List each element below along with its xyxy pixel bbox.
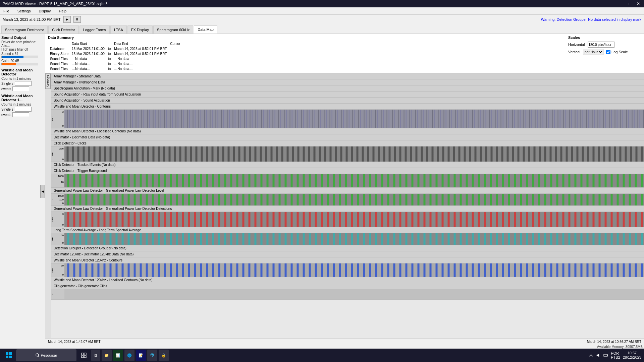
maximize-button[interactable]: □ bbox=[628, 1, 633, 6]
ltsa-body bbox=[64, 233, 644, 245]
whistle-title-2: Whistle and Moan Detector 1... bbox=[1, 94, 44, 102]
gpl-det-y-top: 3 bbox=[62, 213, 64, 216]
cell-sound3-start: ---No data--- bbox=[70, 67, 106, 71]
click-chart-body bbox=[64, 146, 644, 162]
svg-rect-2 bbox=[6, 356, 8, 358]
right-timestamp: March 14, 2023 at 10:56:27 AM BRT bbox=[587, 340, 641, 344]
collapse-panel-button[interactable]: ◀ bbox=[40, 185, 45, 198]
cell-sound2-to: to bbox=[107, 62, 112, 66]
tab-spectrogram-60khz[interactable]: Spectrogram 60kHz bbox=[153, 25, 193, 34]
data-summary-title: Data Summary bbox=[48, 36, 182, 40]
cell-sound1-label: Sound Files bbox=[49, 57, 70, 61]
vertical-scale-select[interactable]: per Hour bbox=[583, 49, 603, 55]
tab-spectrogram-decimator[interactable]: Spectrogram Decimator bbox=[1, 25, 48, 34]
whistle-localised-row: Whistle and Moan Detector - Localised Co… bbox=[51, 128, 644, 134]
excel-app[interactable]: 📊 bbox=[113, 350, 123, 361]
pause-button[interactable]: ⏸ bbox=[73, 16, 81, 23]
warning-text: Warning: Detection Grouper-No data selec… bbox=[541, 17, 641, 21]
gpl-level-label: Generalised Power Law Detector - General… bbox=[51, 188, 644, 194]
gpl-det-y-axis: 3 0 bbox=[54, 212, 64, 227]
gpl-level-y-axis: 1000 100 0 bbox=[54, 194, 64, 205]
tab-click-detector[interactable]: Click Detector bbox=[48, 25, 78, 34]
cell-database-end: March 14, 2023 at 8:52:01 PM BRT bbox=[113, 47, 168, 51]
gain-slider[interactable] bbox=[1, 63, 38, 65]
tab-fx-display[interactable]: FX Display bbox=[127, 25, 153, 34]
cell-binary-end: March 14, 2023 at 8:52:01 PM BRT bbox=[113, 52, 168, 56]
tab-logger-forms[interactable]: Logger Forms bbox=[79, 25, 110, 34]
svg-rect-8 bbox=[82, 356, 84, 358]
settings-button[interactable]: Settings bbox=[45, 73, 51, 89]
clip-generator-row: Clip generator - Clip generator Clips bbox=[51, 283, 644, 289]
whistle-120-body bbox=[64, 263, 644, 277]
close-button[interactable]: ✕ bbox=[635, 1, 641, 6]
dolphin-app[interactable]: 🐬 bbox=[147, 350, 157, 361]
whistle-120-y-bot: 0 bbox=[62, 273, 64, 276]
gpl-y-top: 1000 bbox=[58, 194, 64, 197]
volume-icon bbox=[596, 353, 601, 358]
start-button[interactable] bbox=[3, 349, 15, 361]
click-tracked-row: Click Detector - Tracked Events (No data… bbox=[51, 162, 644, 168]
menu-settings[interactable]: Settings bbox=[15, 8, 33, 14]
timestamp-footer: March 14, 2023 at 1:42:07 AM BRT March 1… bbox=[45, 338, 644, 345]
whistle-120khz-chart: kHz 60 0 bbox=[51, 263, 644, 277]
log-scale-checkbox[interactable] bbox=[606, 50, 610, 54]
whistle-contours-chart: kHz 3 0 bbox=[51, 110, 644, 128]
summary-col-header bbox=[49, 42, 70, 46]
sound-acq-row: Sound Acquisition - Sound Acquisition bbox=[51, 98, 644, 104]
svg-rect-0 bbox=[6, 352, 8, 355]
window-controls[interactable]: ─ □ ✕ bbox=[619, 1, 641, 6]
play-button[interactable]: ▶ bbox=[63, 16, 71, 23]
driver-label: Driver de som primário: Alto... bbox=[1, 40, 44, 48]
summary-data-start-header: Data Start bbox=[70, 42, 106, 46]
visualization-area[interactable]: Settings Array Manager - Streamer Data A… bbox=[45, 73, 644, 338]
cell-binary-start: 13 Mar 2023 21:01:00 bbox=[70, 52, 106, 56]
tab-data-map[interactable]: Data Map bbox=[194, 25, 217, 34]
table-row: Sound Files ---No data--- to ---No data-… bbox=[49, 62, 181, 66]
svg-rect-7 bbox=[84, 353, 86, 355]
single-input-1[interactable] bbox=[15, 81, 32, 86]
events-input-2[interactable] bbox=[12, 112, 29, 117]
summary-sep bbox=[107, 42, 112, 46]
search-bar[interactable]: Pesquisar bbox=[16, 349, 76, 361]
menu-file[interactable]: File bbox=[1, 8, 11, 14]
lock-app[interactable]: 🔒 bbox=[159, 350, 169, 361]
svg-line-5 bbox=[38, 356, 39, 357]
events-label-2: events bbox=[1, 113, 11, 117]
speed-slider[interactable] bbox=[1, 56, 38, 58]
menu-display[interactable]: Display bbox=[37, 8, 53, 14]
svg-marker-10 bbox=[597, 354, 599, 357]
word-app[interactable]: 📝 bbox=[136, 350, 146, 361]
cell-sound2-label: Sound Files bbox=[49, 62, 70, 66]
taskview-button[interactable] bbox=[78, 349, 90, 361]
vertical-label: Vertical bbox=[568, 50, 580, 54]
menu-help[interactable]: Help bbox=[57, 8, 69, 14]
cell-sound3-to: to bbox=[107, 67, 112, 71]
single-input-2[interactable] bbox=[15, 107, 32, 112]
whistle-120-y-axis: 60 0 bbox=[54, 263, 64, 277]
gpl-level-chart: c 1000 100 0 bbox=[51, 194, 644, 206]
horizontal-value-input[interactable] bbox=[588, 42, 614, 48]
file-explorer-app[interactable]: 📁 bbox=[102, 350, 112, 361]
click-y-bot: 0 bbox=[62, 158, 64, 161]
events-label-1: events bbox=[1, 87, 11, 91]
counts-label-2: Counts in 1 minutes bbox=[1, 103, 44, 106]
decimator-row: Decimator - Decimator Data (No data) bbox=[51, 134, 644, 140]
cell-sound1-start: ---No data--- bbox=[70, 57, 106, 61]
minimize-button[interactable]: ─ bbox=[619, 1, 625, 6]
memory-info: Available Memory: 30907.5MB bbox=[45, 345, 644, 349]
whistle-120-y-top: 60 bbox=[61, 264, 64, 267]
sound-output-section: Sound Output Driver de som primário: Alt… bbox=[1, 36, 44, 65]
chrome-app[interactable]: 🌐 bbox=[124, 350, 135, 361]
gpl-detections-chart: kHz 3 0 bbox=[51, 212, 644, 227]
tab-ltsa[interactable]: LTSA bbox=[110, 25, 127, 34]
click-y-top: 256 bbox=[59, 147, 64, 150]
cell-sound1-end: ---No data--- bbox=[113, 57, 168, 61]
search-placeholder: Pesquisar bbox=[41, 353, 57, 357]
system-clock: 10:57 28/12/2023 bbox=[623, 351, 641, 360]
cell-sound1-to: to bbox=[107, 57, 112, 61]
calendar-app[interactable]: 🗓 bbox=[91, 350, 100, 361]
scales-panel: Scales Horizontal Vertical per Hour Log … bbox=[568, 36, 641, 72]
table-row: Sound Files ---No data--- to ---No data-… bbox=[49, 67, 181, 71]
events-input-1[interactable] bbox=[12, 86, 29, 91]
clip-generator-chart: c bbox=[51, 289, 644, 300]
